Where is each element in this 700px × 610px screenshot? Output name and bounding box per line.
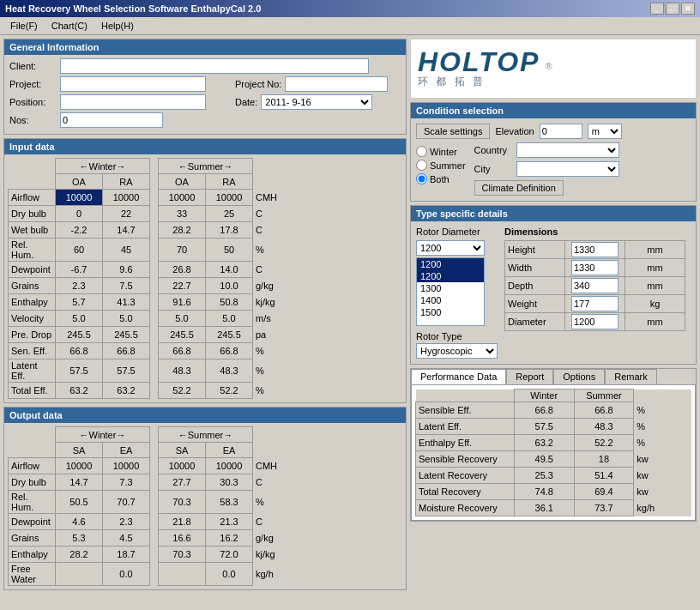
w-sa-input[interactable] bbox=[57, 530, 101, 546]
s-ra-input[interactable] bbox=[207, 383, 251, 398]
w-ra-input[interactable] bbox=[104, 343, 148, 359]
input-w-oa[interactable] bbox=[56, 262, 103, 278]
w-ea-input[interactable] bbox=[104, 494, 148, 510]
s-oa-input[interactable] bbox=[160, 383, 204, 398]
input-w-oa[interactable] bbox=[56, 239, 103, 262]
input-s-ra[interactable] bbox=[206, 327, 253, 343]
s-oa-input[interactable] bbox=[160, 222, 204, 238]
input-w-oa[interactable] bbox=[56, 343, 103, 359]
input-w-ra[interactable] bbox=[103, 262, 150, 278]
input-w-ra[interactable] bbox=[103, 294, 150, 311]
input-w-oa[interactable] bbox=[56, 190, 103, 206]
s-sa-input[interactable] bbox=[160, 474, 204, 490]
position-input[interactable] bbox=[60, 94, 206, 110]
menu-file[interactable]: File(F) bbox=[3, 19, 45, 33]
w-ea-input[interactable] bbox=[104, 458, 148, 474]
input-w-oa[interactable] bbox=[56, 383, 103, 399]
rotor-diameter-list[interactable]: 1200 1200 1300 1400 1500 bbox=[416, 257, 485, 326]
both-radio-item[interactable]: Both bbox=[416, 173, 466, 184]
input-s-ra[interactable] bbox=[206, 294, 253, 311]
input-s-oa[interactable] bbox=[159, 343, 206, 359]
input-s-ra[interactable] bbox=[206, 222, 253, 239]
perf-w-input[interactable] bbox=[516, 451, 572, 467]
w-ra-input[interactable] bbox=[104, 383, 148, 398]
w-oa-input[interactable] bbox=[57, 242, 101, 257]
w-ra-input[interactable] bbox=[104, 327, 148, 342]
winter-radio[interactable] bbox=[416, 146, 427, 157]
input-w-ra[interactable] bbox=[103, 206, 150, 222]
input-s-oa[interactable] bbox=[159, 190, 206, 206]
width-input[interactable] bbox=[571, 260, 619, 275]
input-s-oa[interactable] bbox=[159, 383, 206, 399]
w-ra-input[interactable] bbox=[104, 242, 148, 257]
w-ea-input[interactable] bbox=[104, 474, 148, 490]
nos-input[interactable] bbox=[60, 112, 163, 128]
w-oa-input[interactable] bbox=[57, 222, 101, 238]
s-sa-input[interactable] bbox=[160, 566, 204, 582]
rotor-item-1200b[interactable]: 1200 bbox=[417, 270, 484, 282]
perf-w-input[interactable] bbox=[516, 435, 572, 450]
s-ea-input[interactable] bbox=[207, 474, 251, 490]
summer-radio[interactable] bbox=[416, 160, 427, 171]
input-w-ra[interactable] bbox=[103, 222, 150, 239]
s-ra-input[interactable] bbox=[207, 327, 251, 342]
s-oa-input[interactable] bbox=[160, 327, 204, 342]
input-s-oa[interactable] bbox=[159, 222, 206, 239]
elevation-input[interactable] bbox=[540, 124, 582, 139]
w-ra-input[interactable] bbox=[104, 294, 148, 310]
rotor-item-1200a[interactable]: 1200 bbox=[417, 258, 484, 270]
perf-s-input[interactable] bbox=[576, 484, 631, 499]
w-oa-input[interactable] bbox=[57, 190, 101, 205]
w-oa-input[interactable] bbox=[57, 206, 101, 221]
input-w-ra[interactable] bbox=[103, 311, 150, 327]
w-ra-input[interactable] bbox=[104, 190, 148, 205]
perf-s-input[interactable] bbox=[576, 500, 631, 516]
input-w-oa[interactable] bbox=[56, 311, 103, 327]
input-s-ra[interactable] bbox=[206, 383, 253, 399]
input-w-ra[interactable] bbox=[103, 359, 150, 383]
s-oa-input[interactable] bbox=[160, 343, 204, 359]
maximize-button[interactable]: □ bbox=[666, 3, 679, 15]
scale-settings-button[interactable]: Scale settings bbox=[416, 124, 490, 139]
diameter-input[interactable] bbox=[571, 314, 619, 329]
s-ea-input[interactable] bbox=[207, 458, 251, 474]
perf-w-input[interactable] bbox=[516, 402, 572, 418]
w-ra-input[interactable] bbox=[104, 262, 148, 277]
s-ra-input[interactable] bbox=[207, 311, 251, 326]
w-oa-input[interactable] bbox=[57, 311, 101, 326]
client-input[interactable] bbox=[60, 58, 369, 74]
input-w-oa[interactable] bbox=[56, 222, 103, 239]
s-ra-input[interactable] bbox=[207, 294, 251, 310]
input-s-oa[interactable] bbox=[159, 278, 206, 294]
w-sa-input[interactable] bbox=[57, 458, 101, 474]
s-sa-input[interactable] bbox=[160, 547, 204, 562]
rotor-item-1400[interactable]: 1400 bbox=[417, 294, 484, 306]
minimize-button[interactable]: _ bbox=[650, 3, 664, 15]
w-oa-input[interactable] bbox=[57, 262, 101, 277]
w-oa-input[interactable] bbox=[57, 278, 101, 293]
input-s-oa[interactable] bbox=[159, 239, 206, 262]
s-oa-input[interactable] bbox=[160, 278, 204, 293]
input-w-oa[interactable] bbox=[56, 294, 103, 311]
w-ra-input[interactable] bbox=[104, 311, 148, 326]
input-s-oa[interactable] bbox=[159, 206, 206, 222]
w-sa-input[interactable] bbox=[57, 547, 101, 562]
input-s-oa[interactable] bbox=[159, 359, 206, 383]
w-oa-input[interactable] bbox=[57, 363, 101, 378]
weight-input[interactable] bbox=[571, 296, 619, 311]
input-w-ra[interactable] bbox=[103, 327, 150, 343]
w-oa-input[interactable] bbox=[57, 383, 101, 398]
w-ra-input[interactable] bbox=[104, 363, 148, 378]
tab-remark[interactable]: Remark bbox=[605, 369, 657, 384]
summer-radio-item[interactable]: Summer bbox=[416, 160, 466, 171]
date-select[interactable]: 2011- 9-16 bbox=[261, 94, 372, 110]
input-s-ra[interactable] bbox=[206, 278, 253, 294]
s-ra-input[interactable] bbox=[207, 278, 251, 293]
input-s-ra[interactable] bbox=[206, 359, 253, 383]
tab-report[interactable]: Report bbox=[506, 369, 553, 384]
climate-def-button[interactable]: Climate Definition bbox=[474, 180, 564, 196]
s-oa-input[interactable] bbox=[160, 206, 204, 221]
tab-performance-data[interactable]: Performance Data bbox=[411, 369, 506, 384]
s-oa-input[interactable] bbox=[160, 311, 204, 326]
w-oa-input[interactable] bbox=[57, 327, 101, 342]
